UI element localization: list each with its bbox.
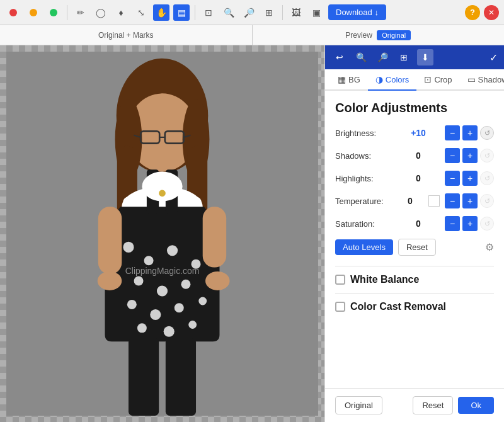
bottom-ok-button[interactable]: Ok xyxy=(458,397,494,414)
brightness-row: Brightness: +10 − + ↺ xyxy=(335,125,494,140)
svg-point-43 xyxy=(205,271,230,290)
tab-bar: ▦ BG ◑ Colors ⊡ Crop ▭ Shadows xyxy=(325,69,504,91)
tab-shadows-label: Shadows xyxy=(478,75,504,84)
grid-panel-icon[interactable]: ⊞ xyxy=(396,49,412,66)
white-balance-section: White Balance xyxy=(335,266,494,293)
image-icon[interactable]: 🖼 xyxy=(288,4,304,21)
sep2 xyxy=(195,5,195,20)
panel-toolbar: ↩ 🔍 🔎 ⊞ ⬇ ✓ xyxy=(325,45,504,69)
hand-icon[interactable]: ✋ xyxy=(153,4,169,21)
zoom-in-icon[interactable]: 🔎 xyxy=(241,4,257,21)
brightness-plus-btn[interactable]: + xyxy=(462,125,478,140)
expand-green-icon[interactable] xyxy=(45,4,62,21)
bg-tab-icon: ▦ xyxy=(338,74,346,84)
download-panel-icon[interactable]: ⬇ xyxy=(417,49,433,66)
highlights-reset-btn[interactable]: ↺ xyxy=(480,171,494,185)
svg-text:ClippingMagic.com: ClippingMagic.com xyxy=(125,266,199,276)
highlights-plus-btn[interactable]: + xyxy=(462,171,478,186)
color-cast-removal-header[interactable]: Color Cast Removal xyxy=(335,301,494,312)
svg-point-26 xyxy=(167,245,178,256)
sep1 xyxy=(67,5,67,20)
temperature-minus-btn[interactable]: − xyxy=(445,193,460,208)
window-close-icon[interactable]: ✕ xyxy=(484,5,499,20)
select-icon[interactable]: ▤ xyxy=(173,4,190,21)
auto-levels-button[interactable]: Auto Levels xyxy=(335,239,393,255)
zoom-in-panel-icon[interactable]: 🔎 xyxy=(374,49,391,66)
white-balance-checkbox[interactable] xyxy=(335,275,345,285)
settings-gear-icon[interactable]: ⚙ xyxy=(485,241,494,253)
minimize-yellow-icon[interactable] xyxy=(25,4,42,21)
shadows-row: Shadows: 0 − + ↺ xyxy=(335,148,494,163)
tab-bg[interactable]: ▦ BG xyxy=(330,69,368,91)
saturation-plus-btn[interactable]: + xyxy=(462,216,478,231)
erase-icon[interactable]: ◯ xyxy=(93,4,109,21)
color-cast-removal-label: Color Cast Removal xyxy=(350,301,446,312)
color-cast-removal-section: Color Cast Removal xyxy=(335,293,494,320)
temperature-controls: − + ↺ xyxy=(445,193,494,208)
zoom-out-icon[interactable]: 🔍 xyxy=(220,4,237,21)
panel-content: Color Adjustments Brightness: +10 − + ↺ … xyxy=(325,91,504,388)
brightness-reset-btn[interactable]: ↺ xyxy=(480,126,494,140)
tab-colors[interactable]: ◑ Colors xyxy=(368,69,417,91)
marker-icon[interactable]: ♦ xyxy=(113,4,129,21)
white-balance-label: White Balance xyxy=(350,274,419,285)
size-icon[interactable]: ▣ xyxy=(308,4,324,21)
highlights-value: 0 xyxy=(397,173,440,183)
svg-point-23 xyxy=(142,172,182,202)
reset-button[interactable]: Reset xyxy=(398,239,436,256)
lasso-icon[interactable]: ⤡ xyxy=(133,4,149,21)
shadows-value: 0 xyxy=(397,151,440,161)
svg-point-0 xyxy=(9,9,17,16)
svg-point-2 xyxy=(50,9,57,16)
svg-rect-39 xyxy=(129,338,159,416)
svg-point-44 xyxy=(98,271,122,290)
zoom-out-panel-icon[interactable]: 🔍 xyxy=(353,49,369,66)
grid-icon[interactable]: ⊞ xyxy=(261,4,277,21)
shadows-minus-btn[interactable]: − xyxy=(445,148,460,163)
tab-crop[interactable]: ⊡ Crop xyxy=(416,69,459,91)
brightness-value: +10 xyxy=(397,128,440,138)
undo-icon[interactable]: ↩ xyxy=(331,49,348,66)
brightness-minus-btn[interactable]: − xyxy=(445,125,460,140)
svg-point-29 xyxy=(157,285,168,296)
tab-bg-label: BG xyxy=(348,75,360,84)
saturation-label: Saturation: xyxy=(335,219,392,229)
original-badge: Original xyxy=(377,30,411,40)
shadows-reset-btn[interactable]: ↺ xyxy=(480,149,494,163)
svg-point-30 xyxy=(181,280,190,289)
svg-point-33 xyxy=(175,303,184,312)
temperature-reset-btn[interactable]: ↺ xyxy=(480,194,494,208)
temperature-plus-btn[interactable]: + xyxy=(462,193,478,208)
pencil-icon[interactable]: ✏ xyxy=(72,4,89,21)
tab-shadows[interactable]: ▭ Shadows xyxy=(460,69,504,91)
main-area: ClippingMagic.com ↩ 🔍 🔎 ⊞ ⬇ ✓ ▦ BG ◑ Col… xyxy=(0,45,504,422)
saturation-minus-btn[interactable]: − xyxy=(445,216,460,231)
saturation-controls: − + ↺ xyxy=(445,216,494,231)
svg-point-37 xyxy=(188,321,197,329)
highlights-controls: − + ↺ xyxy=(445,171,494,186)
highlights-row: Highlights: 0 − + ↺ xyxy=(335,171,494,186)
colors-tab-icon: ◑ xyxy=(375,74,383,84)
help-icon[interactable]: ? xyxy=(465,5,480,20)
close-red-icon[interactable] xyxy=(5,4,21,21)
download-button[interactable]: Download ↓ xyxy=(328,4,386,20)
color-cast-removal-checkbox[interactable] xyxy=(335,302,345,312)
bottom-bar: Original Reset Ok xyxy=(325,388,504,422)
white-balance-header[interactable]: White Balance xyxy=(335,274,494,285)
bottom-original-button[interactable]: Original xyxy=(335,396,382,414)
svg-rect-42 xyxy=(203,207,226,267)
canvas-area[interactable]: ClippingMagic.com xyxy=(0,45,324,422)
saturation-value: 0 xyxy=(397,219,440,229)
svg-point-31 xyxy=(127,300,137,309)
svg-point-25 xyxy=(144,256,154,265)
shadows-plus-btn[interactable]: + xyxy=(462,148,478,163)
svg-point-32 xyxy=(150,309,161,320)
saturation-reset-btn[interactable]: ↺ xyxy=(480,217,494,231)
bottom-reset-button[interactable]: Reset xyxy=(413,396,453,414)
person-image: ClippingMagic.com xyxy=(6,52,318,416)
shadows-tab-icon: ▭ xyxy=(467,74,476,84)
confirm-icon[interactable]: ✓ xyxy=(490,52,498,64)
zoom-fit-icon[interactable]: ⊡ xyxy=(200,4,217,21)
temperature-swatch xyxy=(428,195,440,207)
highlights-minus-btn[interactable]: − xyxy=(445,171,460,186)
